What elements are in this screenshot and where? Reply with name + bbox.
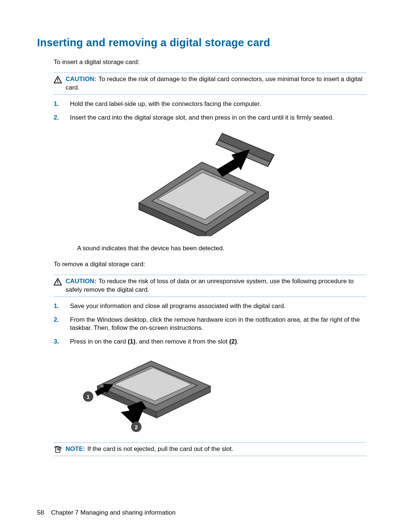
note-label: NOTE: bbox=[66, 445, 85, 452]
caution-body: CAUTION:To reduce the risk of damage to … bbox=[66, 75, 367, 92]
caution-2-text: To reduce the risk of loss of data or an… bbox=[66, 278, 354, 293]
step-text: Save your information and close all prog… bbox=[70, 302, 286, 311]
step-number: 2. bbox=[54, 114, 62, 122]
svg-rect-14 bbox=[57, 280, 58, 282]
step-number: 1. bbox=[54, 302, 62, 311]
remove-card-illustration-icon: 1 2 bbox=[77, 353, 218, 434]
insert-intro: To insert a digital storage card: bbox=[54, 58, 367, 67]
step-text: From the Windows desktop, click the remo… bbox=[70, 316, 367, 333]
caution-body: CAUTION:To reduce the risk of loss of da… bbox=[66, 277, 367, 294]
step-number: 1. bbox=[54, 100, 62, 108]
page-number: 58 bbox=[37, 509, 44, 516]
insert-steps: 1. Hold the card label-side up, with the… bbox=[54, 100, 367, 122]
caution-icon bbox=[54, 76, 62, 83]
caution-box-1: CAUTION:To reduce the risk of damage to … bbox=[54, 73, 367, 95]
figure-remove-card: 1 2 bbox=[77, 353, 367, 434]
caution-label: CAUTION: bbox=[66, 278, 96, 285]
remove-step-1: 1. Save your information and close all p… bbox=[54, 302, 367, 311]
svg-rect-15 bbox=[57, 283, 58, 284]
svg-text:2: 2 bbox=[135, 424, 138, 430]
page-footer: 58 Chapter 7 Managing and sharing inform… bbox=[37, 509, 176, 517]
svg-rect-1 bbox=[57, 78, 58, 81]
note-icon bbox=[54, 446, 62, 453]
remove-step-3: 3. Press in on the card (1), and then re… bbox=[54, 338, 367, 346]
caution-1-text: To reduce the risk of damage to the digi… bbox=[66, 76, 363, 91]
insert-card-illustration-icon bbox=[124, 129, 280, 236]
step-text: Hold the card label-side up, with the co… bbox=[70, 100, 261, 108]
note-text: If the card is not ejected, pull the car… bbox=[87, 445, 233, 452]
detected-text: A sound indicates that the device has be… bbox=[77, 244, 367, 253]
document-page: Inserting and removing a digital storage… bbox=[0, 0, 400, 532]
page-title: Inserting and removing a digital storage… bbox=[37, 36, 367, 50]
svg-rect-2 bbox=[57, 81, 58, 82]
remove-intro: To remove a digital storage card: bbox=[54, 260, 367, 269]
remove-steps: 1. Save your information and close all p… bbox=[54, 302, 367, 347]
caution-box-2: CAUTION:To reduce the risk of loss of da… bbox=[54, 275, 367, 297]
step-text: Insert the card into the digital storage… bbox=[70, 114, 334, 122]
note-box: NOTE:If the card is not ejected, pull th… bbox=[54, 442, 367, 456]
note-body: NOTE:If the card is not ejected, pull th… bbox=[66, 445, 233, 454]
step-number: 3. bbox=[54, 338, 62, 346]
insert-step-2: 2. Insert the card into the digital stor… bbox=[54, 114, 367, 122]
remove-step-2: 2. From the Windows desktop, click the r… bbox=[54, 316, 367, 333]
svg-text:1: 1 bbox=[87, 394, 90, 400]
figure-insert-card bbox=[37, 129, 367, 236]
caution-icon bbox=[54, 278, 62, 285]
caution-label: CAUTION: bbox=[66, 76, 96, 83]
insert-step-1: 1. Hold the card label-side up, with the… bbox=[54, 100, 367, 108]
step-number: 2. bbox=[54, 316, 62, 333]
step-text: Press in on the card (1), and then remov… bbox=[70, 338, 239, 346]
chapter-title: Chapter 7 Managing and sharing informati… bbox=[51, 509, 176, 516]
